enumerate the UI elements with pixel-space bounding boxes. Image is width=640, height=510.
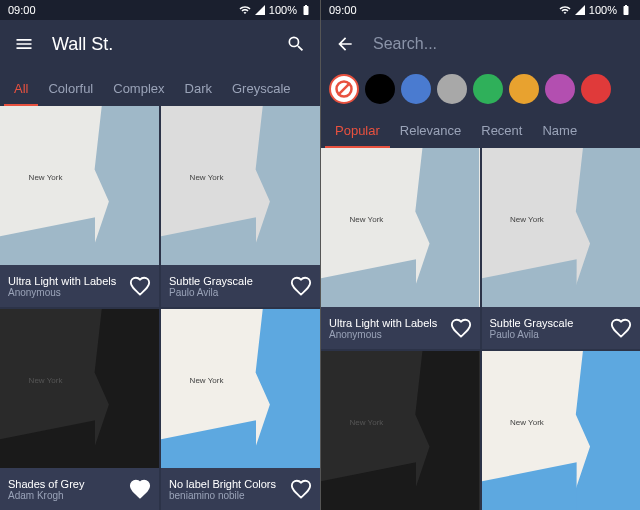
wifi-icon xyxy=(239,4,251,16)
battery-icon xyxy=(620,4,632,16)
color-swatch[interactable] xyxy=(365,74,395,104)
category-tabs: AllColorfulComplexDarkGreyscale xyxy=(0,68,320,106)
color-swatch[interactable] xyxy=(545,74,575,104)
tab-relevance[interactable]: Relevance xyxy=(390,115,471,148)
color-swatch[interactable] xyxy=(401,74,431,104)
back-button[interactable] xyxy=(329,28,361,60)
style-name: Ultra Light with Labels xyxy=(329,317,450,329)
screen-search: 09:00 100% PopularRelevanceRecentName Ne… xyxy=(320,0,640,510)
heart-icon xyxy=(129,478,151,500)
status-icons: 100% xyxy=(559,4,632,16)
color-swatch-none[interactable] xyxy=(329,74,359,104)
style-author: Adam Krogh xyxy=(8,490,129,501)
map-thumbnail[interactable]: New York xyxy=(321,148,480,307)
style-card[interactable]: New York xyxy=(321,351,480,510)
heart-icon xyxy=(610,317,632,339)
style-card[interactable]: New YorkShades of GreyAdam Krogh xyxy=(0,309,159,510)
favorite-button[interactable] xyxy=(610,317,632,339)
style-author: Paulo Avila xyxy=(490,329,611,340)
favorite-button[interactable] xyxy=(129,478,151,500)
app-bar: Wall St. xyxy=(0,20,320,68)
search-input[interactable] xyxy=(373,35,632,53)
heart-icon xyxy=(290,275,312,297)
style-author: Anonymous xyxy=(8,287,129,298)
style-card[interactable]: New YorkSubtle GrayscalePaulo Avila xyxy=(482,148,641,349)
color-filter-row xyxy=(321,68,640,110)
style-grid[interactable]: New YorkUltra Light with LabelsAnonymous… xyxy=(321,148,640,510)
search-button[interactable] xyxy=(280,28,312,60)
tab-recent[interactable]: Recent xyxy=(471,115,532,148)
page-title: Wall St. xyxy=(52,34,280,55)
app-bar xyxy=(321,20,640,68)
map-thumbnail[interactable]: New York xyxy=(321,351,480,510)
style-name: No label Bright Colors xyxy=(169,478,290,490)
wifi-icon xyxy=(559,4,571,16)
card-caption: Subtle GrayscalePaulo Avila xyxy=(482,307,641,349)
map-thumbnail[interactable]: New York xyxy=(482,148,641,307)
card-caption: Ultra Light with LabelsAnonymous xyxy=(321,307,480,349)
style-name: Shades of Grey xyxy=(8,478,129,490)
style-card[interactable]: New YorkNo label Bright Colorsbeniamino … xyxy=(161,309,320,510)
map-thumbnail[interactable]: New York xyxy=(482,351,641,510)
map-thumbnail[interactable]: New York xyxy=(0,106,159,265)
tab-colorful[interactable]: Colorful xyxy=(38,73,103,106)
status-bar: 09:00 100% xyxy=(0,0,320,20)
back-arrow-icon xyxy=(335,34,355,54)
color-swatch[interactable] xyxy=(437,74,467,104)
hamburger-icon xyxy=(14,34,34,54)
svg-line-1 xyxy=(338,83,350,95)
search-icon xyxy=(286,34,306,54)
heart-icon xyxy=(450,317,472,339)
style-name: Subtle Grayscale xyxy=(490,317,611,329)
style-grid[interactable]: New YorkUltra Light with LabelsAnonymous… xyxy=(0,106,320,510)
style-card[interactable]: New YorkSubtle GrayscalePaulo Avila xyxy=(161,106,320,307)
tab-name[interactable]: Name xyxy=(532,115,587,148)
signal-icon xyxy=(574,4,586,16)
favorite-button[interactable] xyxy=(129,275,151,297)
sort-tabs: PopularRelevanceRecentName xyxy=(321,110,640,148)
screen-browse: 09:00 100% Wall St. AllColorfulComplexDa… xyxy=(0,0,320,510)
status-icons: 100% xyxy=(239,4,312,16)
menu-button[interactable] xyxy=(8,28,40,60)
map-thumbnail[interactable]: New York xyxy=(161,309,320,468)
map-thumbnail[interactable]: New York xyxy=(0,309,159,468)
tab-popular[interactable]: Popular xyxy=(325,115,390,148)
favorite-button[interactable] xyxy=(450,317,472,339)
status-time: 09:00 xyxy=(8,4,36,16)
style-name: Subtle Grayscale xyxy=(169,275,290,287)
battery-text: 100% xyxy=(269,4,297,16)
card-caption: Subtle GrayscalePaulo Avila xyxy=(161,265,320,307)
no-color-icon xyxy=(334,79,354,99)
card-caption: Ultra Light with LabelsAnonymous xyxy=(0,265,159,307)
status-bar: 09:00 100% xyxy=(321,0,640,20)
card-caption: Shades of GreyAdam Krogh xyxy=(0,468,159,510)
tab-greyscale[interactable]: Greyscale xyxy=(222,73,301,106)
style-card[interactable]: New YorkUltra Light with LabelsAnonymous xyxy=(0,106,159,307)
battery-icon xyxy=(300,4,312,16)
heart-icon xyxy=(129,275,151,297)
signal-icon xyxy=(254,4,266,16)
style-card[interactable]: New York xyxy=(482,351,641,510)
color-swatch[interactable] xyxy=(509,74,539,104)
favorite-button[interactable] xyxy=(290,478,312,500)
style-author: beniamino nobile xyxy=(169,490,290,501)
style-author: Anonymous xyxy=(329,329,450,340)
card-caption: No label Bright Colorsbeniamino nobile xyxy=(161,468,320,510)
color-swatch[interactable] xyxy=(473,74,503,104)
color-swatch[interactable] xyxy=(581,74,611,104)
status-time: 09:00 xyxy=(329,4,357,16)
battery-text: 100% xyxy=(589,4,617,16)
style-author: Paulo Avila xyxy=(169,287,290,298)
map-thumbnail[interactable]: New York xyxy=(161,106,320,265)
favorite-button[interactable] xyxy=(290,275,312,297)
tab-dark[interactable]: Dark xyxy=(175,73,222,106)
heart-icon xyxy=(290,478,312,500)
tab-complex[interactable]: Complex xyxy=(103,73,174,106)
style-card[interactable]: New YorkUltra Light with LabelsAnonymous xyxy=(321,148,480,349)
style-name: Ultra Light with Labels xyxy=(8,275,129,287)
tab-all[interactable]: All xyxy=(4,73,38,106)
